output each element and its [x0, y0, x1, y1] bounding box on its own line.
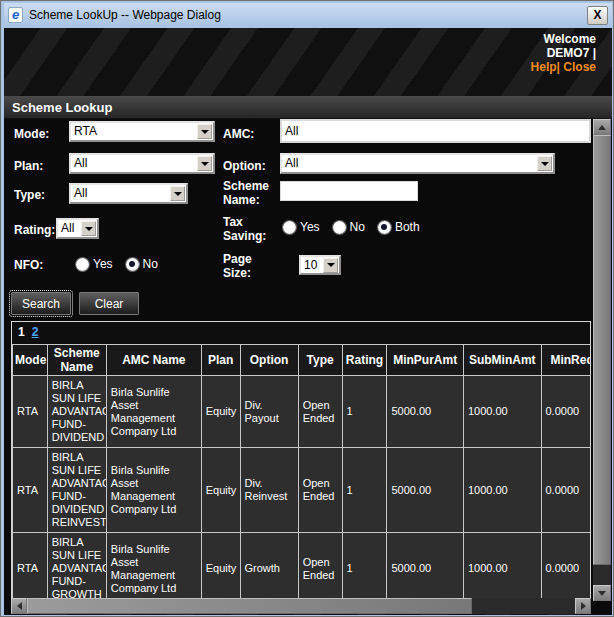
pagination-page-2-link[interactable]: 2: [32, 325, 39, 339]
horizontal-scrollbar-thumb[interactable]: [27, 598, 472, 614]
radio-button-icon[interactable]: [76, 258, 89, 271]
table-cell: 5000.00: [387, 448, 464, 533]
clear-button[interactable]: Clear: [79, 292, 139, 315]
column-header-option: Option: [240, 345, 298, 376]
plan-label: Plan:: [14, 159, 43, 173]
rating-select-value: All: [58, 220, 80, 237]
radio-option-no[interactable]: No: [333, 220, 365, 234]
column-header-type: Type: [298, 345, 342, 376]
window-close-button[interactable]: X: [587, 6, 608, 25]
rating-dropdown-arrow-icon[interactable]: [81, 221, 96, 236]
page-size-select[interactable]: 10: [299, 255, 341, 275]
scheme-name-input[interactable]: [280, 181, 418, 201]
radio-button-icon[interactable]: [283, 221, 296, 234]
radio-option-yes[interactable]: Yes: [76, 257, 113, 271]
radio-option-label: Yes: [300, 220, 320, 234]
table-cell: 5000.00: [387, 376, 464, 448]
table-cell: Equity: [201, 448, 240, 533]
welcome-block: Welcome DEMO7 | Help| Close: [531, 32, 596, 74]
option-select-value: All: [282, 155, 536, 172]
type-select-value: All: [71, 185, 169, 202]
type-select[interactable]: All: [69, 183, 188, 204]
table-cell: Open Ended: [298, 376, 342, 448]
page-size-dropdown-arrow-icon[interactable]: [323, 258, 338, 273]
table-cell: 1: [342, 533, 387, 599]
mode-select[interactable]: RTA: [69, 121, 215, 142]
table-cell: 0.0000: [541, 448, 591, 533]
column-header-subminamt: SubMinAmt: [463, 345, 541, 376]
type-dropdown-arrow-icon[interactable]: [170, 186, 185, 201]
scheme-name-link[interactable]: BIRLA SUN LIFE ADVANTAGE FUND-DIVIDEND R…: [47, 448, 106, 533]
table-cell: 1: [342, 376, 387, 448]
option-select[interactable]: All: [280, 153, 555, 174]
welcome-text: Welcome: [531, 32, 596, 46]
scheme-name-link[interactable]: BIRLA SUN LIFE ADVANTAGE FUND-DIVIDEND: [47, 376, 106, 448]
search-button[interactable]: Search: [11, 292, 71, 315]
vertical-scrollbar-track[interactable]: [593, 565, 611, 585]
page-title: Scheme Lookup: [4, 96, 612, 119]
radio-button-icon[interactable]: [126, 258, 139, 271]
nfo-radio-group: YesNo: [76, 257, 158, 271]
radio-option-yes[interactable]: Yes: [283, 220, 320, 234]
table-cell: RTA: [13, 376, 48, 448]
radio-option-label: Yes: [93, 257, 113, 271]
radio-option-label: No: [143, 257, 158, 271]
scroll-left-icon[interactable]: [11, 598, 27, 614]
column-header-minredq: MinRedQ: [541, 345, 591, 376]
scroll-right-icon[interactable]: [575, 598, 591, 614]
close-link[interactable]: Close: [563, 60, 596, 74]
table-cell: Birla Sunlife Asset Management Company L…: [106, 376, 201, 448]
scheme-name-link[interactable]: BIRLA SUN LIFE ADVANTAGE FUND-GROWTH: [47, 533, 106, 599]
horizontal-scrollbar[interactable]: [11, 598, 591, 614]
option-dropdown-arrow-icon[interactable]: [537, 156, 552, 171]
help-link[interactable]: Help|: [531, 60, 560, 74]
amc-label: AMC:: [223, 127, 254, 141]
pagination-current-page: 1: [18, 325, 25, 339]
scheme-name-label: Scheme Name:: [223, 179, 281, 207]
radio-option-no[interactable]: No: [126, 257, 158, 271]
webpage-dialog-window: e Scheme LookUp -- Webpage Dialog X Welc…: [0, 0, 614, 617]
radio-option-both[interactable]: Both: [378, 220, 420, 234]
plan-select[interactable]: All: [69, 153, 215, 174]
table-cell: 1000.00: [463, 376, 541, 448]
scroll-down-icon[interactable]: [593, 585, 611, 601]
column-header-minpuramt: MinPurAmt: [387, 345, 464, 376]
tax-saving-label: Tax Saving:: [223, 215, 281, 243]
table-cell: 0.0000: [541, 533, 591, 599]
radio-button-icon[interactable]: [333, 221, 346, 234]
amc-input[interactable]: [280, 119, 591, 143]
radio-button-icon[interactable]: [378, 221, 391, 234]
mode-label: Mode:: [14, 127, 49, 141]
table-header-row: ModeScheme NameAMC NamePlanOptionTypeRat…: [13, 345, 592, 376]
type-label: Type:: [14, 188, 45, 202]
table-row: RTABIRLA SUN LIFE ADVANTAGE FUND-DIVIDEN…: [13, 376, 592, 448]
table-cell: 1000.00: [463, 448, 541, 533]
mode-select-value: RTA: [71, 123, 196, 140]
column-header-rating: Rating: [342, 345, 387, 376]
table-row: RTABIRLA SUN LIFE ADVANTAGE FUND-DIVIDEN…: [13, 448, 592, 533]
scroll-up-icon[interactable]: [593, 119, 611, 135]
table-cell: Div. Reinvest: [240, 448, 298, 533]
horizontal-scrollbar-track[interactable]: [472, 598, 575, 614]
column-header-amc-name: AMC Name: [106, 345, 201, 376]
table-cell: Open Ended: [298, 533, 342, 599]
table-cell: Open Ended: [298, 448, 342, 533]
title-bar: e Scheme LookUp -- Webpage Dialog X: [4, 3, 612, 27]
radio-option-label: Both: [395, 220, 420, 234]
table-cell: 1000.00: [463, 533, 541, 599]
rating-select[interactable]: All: [56, 218, 99, 239]
radio-option-label: No: [350, 220, 365, 234]
vertical-scrollbar-thumb[interactable]: [593, 135, 611, 565]
table-cell: RTA: [13, 533, 48, 599]
header-banner: Welcome DEMO7 | Help| Close: [4, 28, 612, 96]
plan-select-value: All: [71, 155, 196, 172]
nfo-label: NFO:: [14, 258, 43, 272]
plan-dropdown-arrow-icon[interactable]: [197, 156, 212, 171]
table-cell: Birla Sunlife Asset Management Company L…: [106, 448, 201, 533]
results-table: ModeScheme NameAMC NamePlanOptionTypeRat…: [12, 344, 591, 598]
mode-dropdown-arrow-icon[interactable]: [197, 124, 212, 139]
vertical-scrollbar[interactable]: [593, 119, 611, 601]
results-table-body: RTABIRLA SUN LIFE ADVANTAGE FUND-DIVIDEN…: [13, 376, 592, 599]
column-header-plan: Plan: [201, 345, 240, 376]
tax-saving-radio-group: YesNoBoth: [283, 220, 420, 234]
